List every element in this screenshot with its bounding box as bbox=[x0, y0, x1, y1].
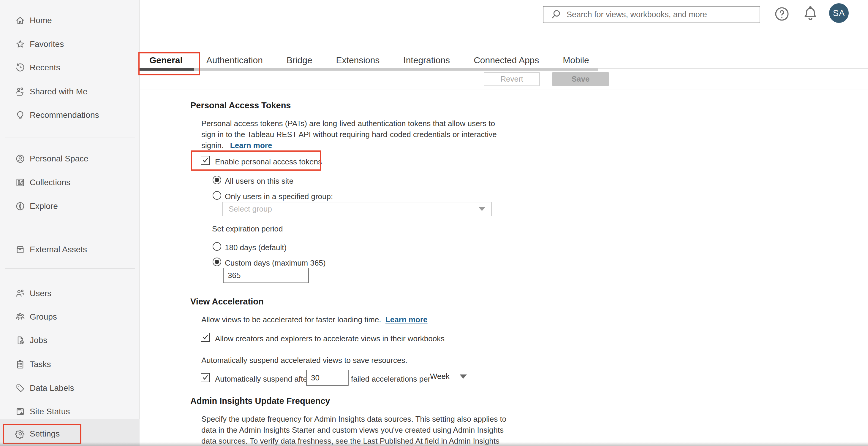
radio-all-users[interactable] bbox=[213, 176, 221, 184]
sidebar-item-label: Recents bbox=[30, 63, 60, 72]
question-circle-icon bbox=[774, 6, 790, 22]
sidebar-item-label: Users bbox=[30, 289, 51, 298]
tab-general[interactable]: General bbox=[149, 54, 183, 66]
compass-icon bbox=[15, 201, 26, 212]
sidebar-item-label: Personal Space bbox=[30, 154, 89, 164]
caret-down-icon bbox=[479, 207, 485, 211]
avatar-initials: SA bbox=[833, 8, 845, 18]
radio-specified-group[interactable] bbox=[213, 191, 221, 200]
settings-tabs: General Authentication Bridge Extensions… bbox=[149, 54, 589, 66]
users-icon bbox=[15, 288, 26, 299]
expiration-period-label: Set expiration period bbox=[212, 224, 283, 234]
sidebar-item-data-labels[interactable]: Data Labels bbox=[0, 376, 140, 400]
sidebar-item-label: External Assets bbox=[30, 245, 87, 254]
sidebar-item-personal-space[interactable]: Personal Space bbox=[0, 147, 140, 171]
sidebar-item-jobs[interactable]: Jobs bbox=[0, 329, 140, 352]
enable-pat-checkbox-label: Enable personal access tokens bbox=[215, 157, 322, 167]
shared-users-icon bbox=[15, 87, 26, 97]
radio-custom-days-label: Custom days (maximum 365) bbox=[225, 258, 326, 269]
custom-days-input[interactable] bbox=[223, 268, 309, 283]
sidebar-item-shared-with-me[interactable]: Shared with Me bbox=[0, 80, 140, 104]
search-icon bbox=[550, 9, 562, 21]
tab-integrations[interactable]: Integrations bbox=[403, 54, 450, 66]
admin-insights-description-line1: Specify the update frequency for Admin I… bbox=[202, 414, 506, 425]
sidebar-item-label: Data Labels bbox=[30, 383, 74, 393]
bell-icon bbox=[802, 5, 819, 23]
avatar[interactable]: SA bbox=[829, 3, 849, 23]
clipboard-list-icon bbox=[15, 359, 26, 370]
sidebar-item-label: Recommendations bbox=[30, 110, 99, 120]
view-acceleration-learn-more-link[interactable]: Learn more bbox=[385, 315, 428, 324]
sidebar-item-favorites[interactable]: Favorites bbox=[0, 32, 140, 56]
page-clock-icon bbox=[15, 335, 26, 346]
group-select-placeholder: Select group bbox=[229, 204, 479, 214]
check-icon bbox=[202, 157, 209, 164]
tab-mobile[interactable]: Mobile bbox=[563, 54, 589, 66]
sidebar-item-label: Shared with Me bbox=[30, 87, 88, 97]
sidebar-item-explore[interactable]: Explore bbox=[0, 194, 140, 218]
sidebar: Home Favorites Recents Shared with Me Re… bbox=[0, 0, 140, 446]
check-icon bbox=[202, 334, 209, 341]
save-button[interactable]: Save bbox=[552, 72, 609, 86]
revert-button[interactable]: Revert bbox=[484, 72, 540, 86]
collection-grid-icon bbox=[15, 177, 26, 188]
pat-section-title: Personal Access Tokens bbox=[190, 101, 291, 110]
auto-suspend-suffix-label: failed accelerations per bbox=[351, 374, 430, 385]
radio-180-days[interactable] bbox=[213, 242, 221, 251]
notifications-button[interactable] bbox=[802, 5, 819, 23]
sidebar-item-external-assets[interactable]: External Assets bbox=[0, 238, 140, 262]
lightbulb-icon bbox=[15, 110, 26, 121]
admin-insights-description-line2: data in the Admin Insights Starter and c… bbox=[202, 425, 504, 436]
sidebar-item-recommendations[interactable]: Recommendations bbox=[0, 103, 140, 127]
view-acceleration-title: View Acceleration bbox=[190, 297, 264, 307]
radio-custom-days[interactable] bbox=[213, 258, 221, 266]
window-status-icon bbox=[15, 406, 26, 417]
active-tab-underline bbox=[140, 68, 194, 71]
allow-acceleration-checkbox-label: Allow creators and explorers to accelera… bbox=[215, 333, 444, 344]
sidebar-item-label: Site Status bbox=[30, 407, 70, 416]
tab-strip-border bbox=[598, 68, 868, 69]
pat-description-line3: signin. Learn more bbox=[202, 140, 272, 151]
pat-learn-more-link[interactable]: Learn more bbox=[230, 141, 272, 150]
tab-connected-apps[interactable]: Connected Apps bbox=[474, 54, 539, 66]
sidebar-item-label: Home bbox=[30, 16, 52, 25]
group-select-dropdown[interactable]: Select group bbox=[222, 202, 492, 216]
sidebar-item-collections[interactable]: Collections bbox=[0, 171, 140, 194]
person-circle-icon bbox=[15, 153, 26, 164]
allow-acceleration-checkbox[interactable] bbox=[201, 333, 210, 342]
admin-insights-title: Admin Insights Update Frequency bbox=[190, 396, 330, 406]
sidebar-item-label: Groups bbox=[30, 312, 57, 322]
sidebar-item-label: Collections bbox=[30, 178, 70, 187]
tab-bridge[interactable]: Bridge bbox=[286, 54, 312, 66]
toolbar-divider bbox=[140, 90, 868, 90]
help-button[interactable] bbox=[774, 6, 790, 22]
sidebar-item-label: Favorites bbox=[30, 39, 64, 49]
sidebar-item-home[interactable]: Home bbox=[0, 9, 140, 32]
period-select-dropdown[interactable]: Week bbox=[430, 372, 467, 381]
sidebar-item-label: Jobs bbox=[30, 336, 47, 345]
sidebar-item-label: Settings bbox=[30, 429, 60, 439]
sidebar-item-users[interactable]: Users bbox=[0, 282, 140, 305]
sidebar-item-label: Tasks bbox=[30, 359, 51, 369]
radio-all-users-label: All users on this site bbox=[225, 176, 293, 187]
search-bar[interactable] bbox=[543, 6, 760, 23]
sidebar-item-recents[interactable]: Recents bbox=[0, 56, 140, 79]
admin-insights-description-line3: data sources. To verify data freshness, … bbox=[202, 436, 499, 446]
groups-icon bbox=[15, 312, 26, 322]
pat-description-line2: sign in to the Tableau REST API without … bbox=[202, 129, 497, 140]
tab-extensions[interactable]: Extensions bbox=[336, 54, 380, 66]
suspend-count-input[interactable] bbox=[306, 370, 349, 386]
home-icon bbox=[15, 15, 26, 26]
sidebar-divider bbox=[5, 227, 135, 227]
tab-authentication[interactable]: Authentication bbox=[206, 54, 263, 66]
view-acceleration-description: Allow views to be accelerated for faster… bbox=[202, 314, 428, 325]
enable-pat-checkbox[interactable] bbox=[201, 156, 210, 165]
sidebar-item-tasks[interactable]: Tasks bbox=[0, 352, 140, 376]
auto-suspend-checkbox[interactable] bbox=[201, 373, 210, 382]
sidebar-item-groups[interactable]: Groups bbox=[0, 305, 140, 329]
gear-icon bbox=[15, 428, 26, 439]
search-input[interactable] bbox=[566, 6, 760, 23]
sidebar-item-settings[interactable]: Settings bbox=[0, 419, 140, 446]
period-select-value: Week bbox=[430, 372, 450, 381]
radio-180-days-label: 180 days (default) bbox=[225, 242, 286, 253]
